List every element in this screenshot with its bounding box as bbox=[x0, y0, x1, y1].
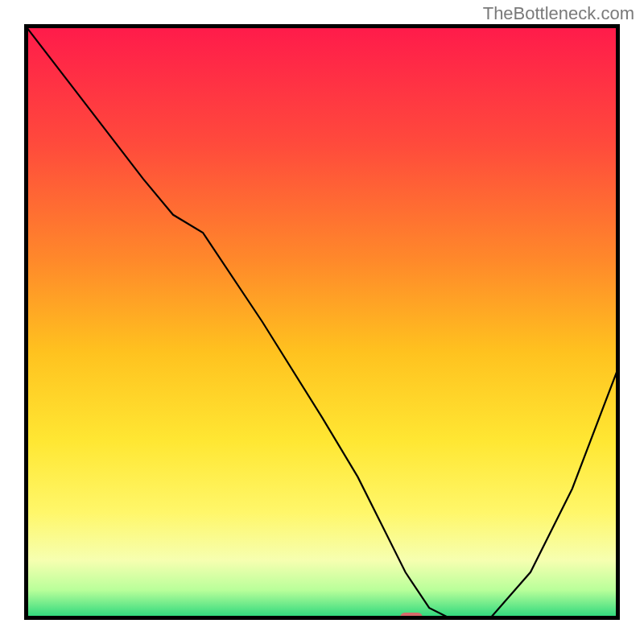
axes-frame-left-bottom bbox=[24, 24, 620, 620]
watermark-text: TheBottleneck.com bbox=[483, 3, 634, 24]
